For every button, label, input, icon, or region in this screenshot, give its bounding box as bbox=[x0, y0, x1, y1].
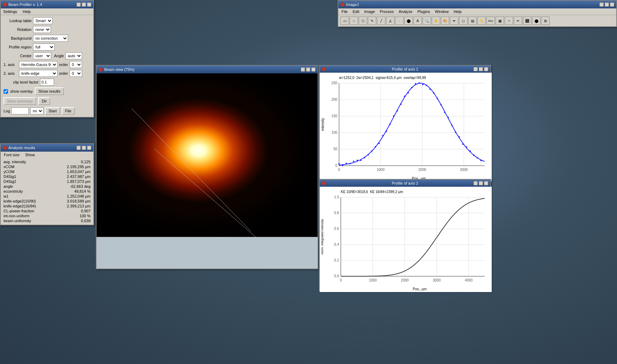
show-results-button[interactable]: Show results bbox=[35, 87, 64, 95]
imagej-close-btn-icon[interactable]: × bbox=[610, 2, 614, 7]
menu-image[interactable]: Image bbox=[363, 9, 376, 14]
analysis-row: CL-power-fraction0,907 bbox=[4, 209, 91, 213]
log-input[interactable] bbox=[11, 107, 29, 114]
tool-hand[interactable]: ✋ bbox=[432, 16, 440, 25]
beam-view-zoom-icon[interactable]: □ bbox=[306, 67, 310, 72]
analysis-row: int-non-uniform100 % bbox=[4, 213, 91, 218]
analysis-titlebar: Analysis results _ □ × bbox=[1, 144, 93, 152]
tool-oval[interactable]: ○ bbox=[350, 16, 358, 25]
profile-axis2-zoom-icon[interactable]: □ bbox=[479, 181, 483, 185]
menu-font-size[interactable]: Font size bbox=[3, 152, 21, 157]
menu-edit[interactable]: Edit bbox=[352, 9, 360, 14]
profile-region-label: Profile region bbox=[4, 45, 32, 49]
menu-analyze[interactable]: Analyze bbox=[398, 9, 413, 14]
analysis-menubar: Font size Show bbox=[1, 152, 93, 158]
tool-pen[interactable]: ✒ bbox=[450, 16, 458, 25]
beam-view-close-btn-icon[interactable]: × bbox=[311, 67, 316, 72]
log-row: Log minmax Start File bbox=[4, 107, 91, 115]
tool-rect[interactable]: ▭ bbox=[340, 16, 349, 25]
tool-measure[interactable]: 📏 bbox=[477, 16, 486, 25]
profile-axis2-close-icon[interactable] bbox=[322, 181, 326, 185]
profile-region-select[interactable]: fullcustom bbox=[33, 44, 55, 51]
profile-axis1-zoom-icon[interactable]: □ bbox=[479, 67, 483, 71]
lookup-table-label: Lookup table bbox=[4, 19, 32, 23]
tool-text[interactable]: A bbox=[413, 16, 422, 25]
axis2-select[interactable]: knife-edgeGauss fitHermite-Gauss fit bbox=[19, 70, 58, 77]
menu-show[interactable]: Show bbox=[24, 152, 36, 157]
profile-axis2-minimize-icon[interactable]: _ bbox=[473, 181, 478, 185]
analysis-maximize-icon[interactable]: □ bbox=[82, 146, 86, 150]
axis1-order-select[interactable]: 0123 bbox=[69, 61, 82, 68]
tool-fill[interactable]: ⬤ bbox=[532, 16, 540, 25]
imagej-toolbar: ▭ ○ ⬡ ✎ ╱ ∠ · ⬤ A 🔍 ✋ 🎨 ✒ ◻ ▤ 📏 Dev ▦ ⁍ … bbox=[338, 15, 616, 26]
center-angle-row: Center userCOMmax Angle auto04590 bbox=[4, 52, 91, 59]
background-select[interactable]: no correctionsubtractdivide bbox=[33, 35, 68, 42]
analysis-row: knife-edge2(10/90)3.018,589 μm bbox=[4, 199, 91, 204]
imagej-menubar: File Edit Image Process Analyze Plugins … bbox=[338, 8, 616, 15]
beam-profiler-titlebar: Beam Profiler v. 1.4 _ □ × bbox=[1, 1, 93, 8]
close-btn-icon[interactable]: × bbox=[87, 2, 91, 7]
analysis-minimize-icon[interactable]: _ bbox=[77, 146, 81, 150]
analysis-row: beam-uniformity0,638 bbox=[4, 218, 91, 223]
start-button[interactable]: Start bbox=[45, 107, 60, 115]
controls-panel: Lookup table SmartFireGrays Rotation non… bbox=[1, 15, 93, 117]
dir-button[interactable]: Dir bbox=[38, 97, 50, 105]
show-overlay-label: show overlay bbox=[10, 89, 33, 93]
axis1-select[interactable]: Hermite-Gauss fitGauss fitknife-edge bbox=[19, 61, 58, 68]
menu-plugins[interactable]: Plugins bbox=[416, 9, 431, 14]
tool-wand2[interactable]: ⁍ bbox=[505, 16, 513, 25]
tool-lut[interactable]: ▦ bbox=[496, 16, 504, 25]
menu-process[interactable]: Process bbox=[379, 9, 395, 14]
tool-crop[interactable]: ⊞ bbox=[541, 16, 550, 25]
axis2-order-label: order bbox=[59, 71, 68, 75]
tool-eraser[interactable]: ◻ bbox=[459, 16, 467, 25]
beam-canvas bbox=[97, 73, 318, 237]
menu-help[interactable]: Help bbox=[22, 9, 32, 14]
tool-thresh[interactable]: ▤ bbox=[468, 16, 477, 25]
axis2-order-select[interactable]: 0123 bbox=[69, 70, 82, 77]
tool-poly[interactable]: ⬡ bbox=[359, 16, 367, 25]
tool-line[interactable]: ╱ bbox=[377, 16, 385, 25]
tool-zoom[interactable]: 🔍 bbox=[423, 16, 431, 25]
tool-angle[interactable]: ∠ bbox=[386, 16, 394, 25]
imagej-window: ImageJ _ □ × File Edit Image Process Ana… bbox=[338, 0, 617, 27]
menu-window[interactable]: Window bbox=[434, 9, 450, 14]
profile-axis1-close-btn[interactable]: × bbox=[484, 67, 488, 71]
tool-color[interactable]: 🎨 bbox=[441, 16, 449, 25]
beam-view-minimize-icon[interactable]: _ bbox=[301, 67, 305, 72]
log-min-select[interactable]: minmax bbox=[30, 107, 44, 114]
beam-view-footer bbox=[97, 237, 318, 269]
close-icon[interactable] bbox=[3, 2, 7, 7]
tool-point[interactable]: · bbox=[395, 16, 404, 25]
beam-view-close-icon[interactable] bbox=[99, 67, 103, 72]
imagej-minimize-icon[interactable]: _ bbox=[599, 2, 604, 7]
clip-level-input[interactable] bbox=[40, 79, 54, 86]
tool-freehand[interactable]: ✎ bbox=[368, 16, 376, 25]
center-select[interactable]: userCOMmax bbox=[33, 52, 51, 59]
analysis-close-btn-icon[interactable]: × bbox=[87, 146, 91, 150]
file-button[interactable]: File bbox=[62, 107, 75, 115]
tool-brush[interactable]: ⬛ bbox=[523, 16, 531, 25]
tool-pencil[interactable]: ✏ bbox=[514, 16, 522, 25]
profile-axis2-close-btn[interactable]: × bbox=[484, 181, 488, 185]
menu-settings[interactable]: Settings bbox=[2, 9, 18, 14]
menu-file[interactable]: File bbox=[340, 9, 349, 14]
profile-axis1-minimize-icon[interactable]: _ bbox=[473, 67, 478, 71]
angle-select[interactable]: auto04590 bbox=[65, 52, 82, 59]
imagej-maximize-icon[interactable]: □ bbox=[605, 2, 609, 7]
maximize-icon[interactable]: □ bbox=[82, 2, 86, 7]
imagej-close-icon[interactable] bbox=[340, 2, 345, 7]
show-overlay-checkbox[interactable] bbox=[4, 89, 8, 94]
menu-help-ij[interactable]: Help bbox=[452, 9, 463, 14]
save-summary-button[interactable]: Save summary bbox=[4, 97, 36, 105]
imagej-titlebar: ImageJ _ □ × bbox=[338, 1, 616, 8]
analysis-close-icon[interactable] bbox=[3, 146, 7, 150]
lookup-table-select[interactable]: SmartFireGrays bbox=[33, 17, 53, 24]
profile-axis1-close-icon[interactable] bbox=[322, 67, 326, 71]
rotation-select[interactable]: none90180270 bbox=[33, 26, 51, 33]
log-label: Log bbox=[4, 109, 10, 113]
tool-dev[interactable]: Dev bbox=[486, 16, 495, 25]
tool-wand[interactable]: ⬤ bbox=[404, 16, 413, 25]
minimize-icon[interactable]: _ bbox=[77, 2, 81, 7]
rotation-label: Rotation bbox=[4, 27, 32, 32]
